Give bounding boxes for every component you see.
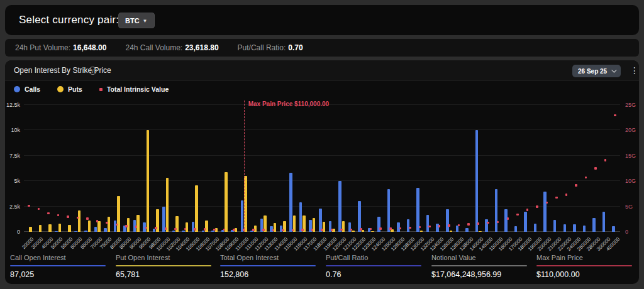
intrinsic-value-dot xyxy=(555,197,558,199)
put-bar xyxy=(78,210,81,232)
intrinsic-value-dot xyxy=(86,217,89,220)
call-bar xyxy=(553,220,557,232)
put-bar xyxy=(166,178,169,232)
call-bar xyxy=(55,231,58,232)
intrinsic-value-dot xyxy=(204,228,206,231)
call-bar xyxy=(172,231,175,232)
call-bar xyxy=(407,219,410,232)
call-bar xyxy=(211,231,214,232)
kebab-menu-icon[interactable]: ⋮ xyxy=(630,65,639,75)
call-bar xyxy=(84,231,87,232)
call-bar xyxy=(514,226,518,232)
call-bar xyxy=(602,212,606,232)
y-axis-right-tick: 25G xyxy=(625,102,644,108)
intrinsic-value-dot xyxy=(96,220,99,222)
open-interest-panel: Open Interest By Strike Price i 26 Sep 2… xyxy=(5,60,639,284)
intrinsic-value-dot xyxy=(526,209,529,211)
put-bar xyxy=(420,231,423,232)
put-bar xyxy=(244,176,247,232)
caret-down-icon: ▼ xyxy=(143,18,148,24)
puts-marker-icon xyxy=(57,86,64,92)
intrinsic-value-dot xyxy=(282,229,284,232)
currency-dropdown[interactable]: BTC ▼ xyxy=(118,13,155,28)
put-bar xyxy=(108,217,111,232)
volume-stats-bar: 24h Put Volume:16,648.00 24h Call Volume… xyxy=(5,39,639,57)
intrinsic-value-dot xyxy=(252,229,255,231)
put-volume-stat: 24h Put Volume:16,648.00 xyxy=(15,43,106,52)
call-bar xyxy=(612,226,615,232)
intrinsic-value-dot xyxy=(301,229,304,231)
intrinsic-value-dot xyxy=(57,214,60,217)
expiry-date-dropdown[interactable]: 26 Sep 25 xyxy=(572,65,621,77)
intrinsic-value-dot xyxy=(340,229,343,231)
chevron-down-icon xyxy=(611,67,616,72)
call-bar xyxy=(153,229,156,232)
footer-stat: Notional Value$17,064,248,956.99 xyxy=(431,254,527,279)
y-axis-right-tick: 15G xyxy=(625,153,644,159)
intrinsic-value-dot xyxy=(233,229,235,231)
put-bar xyxy=(186,222,189,232)
intrinsic-value-dot xyxy=(67,215,69,218)
call-bar xyxy=(465,228,469,232)
put-bar xyxy=(450,231,453,232)
call-bar xyxy=(289,173,292,232)
footer-stat: Call Open Interest87,025 xyxy=(10,254,106,279)
expiry-date-label: 26 Sep 25 xyxy=(578,68,607,75)
y-axis-left-tick: 2.5k xyxy=(1,204,20,210)
y-axis-left-tick: 5k xyxy=(1,178,20,184)
intrinsic-value-dot xyxy=(350,229,353,231)
legend-item-intrinsic[interactable]: Total Intrinsic Value xyxy=(99,85,169,93)
intrinsic-value-dot xyxy=(194,228,196,231)
footer-stat: Total Open Interest152,806 xyxy=(220,254,316,279)
call-bar xyxy=(495,189,498,232)
put-bar xyxy=(68,225,71,232)
call-bar xyxy=(338,181,341,232)
call-bar xyxy=(592,218,596,232)
put-bar xyxy=(136,215,140,232)
y-axis-right-tick: 20G xyxy=(625,127,644,133)
call-volume-stat: 24h Call Volume:23,618.80 xyxy=(125,43,218,52)
intrinsic-value-dot xyxy=(536,205,538,208)
call-bar xyxy=(475,130,479,232)
intrinsic-value-dot xyxy=(448,224,450,227)
put-bar xyxy=(58,224,62,232)
info-icon[interactable]: i xyxy=(89,67,97,75)
y-axis-left-tick: 12.5k xyxy=(1,102,20,108)
intrinsic-value-dot xyxy=(594,167,597,170)
intrinsic-value-dot xyxy=(145,227,148,229)
intrinsic-value-dot xyxy=(321,229,323,231)
legend-item-calls[interactable]: Calls xyxy=(14,85,40,93)
y-axis-left-tick: 0 xyxy=(1,229,20,235)
footer-stat: Put Open Interest65,781 xyxy=(116,254,211,279)
call-bar xyxy=(94,227,97,232)
intrinsic-value-dot xyxy=(467,223,470,226)
put-bar xyxy=(225,172,228,232)
legend-item-puts[interactable]: Puts xyxy=(57,85,82,93)
call-bar xyxy=(387,189,391,232)
put-bar xyxy=(195,185,198,232)
y-axis-right-tick: 0 xyxy=(625,229,644,235)
intrinsic-value-dot xyxy=(409,227,411,229)
intrinsic-value-dot xyxy=(477,222,480,225)
put-bar xyxy=(371,231,374,232)
intrinsic-value-dot xyxy=(585,177,587,179)
call-bar xyxy=(202,231,205,232)
chart-legend: Calls Puts Total Intrinsic Value xyxy=(14,85,169,93)
put-bar xyxy=(352,231,355,232)
intrinsic-value-dot xyxy=(487,222,489,224)
intrinsic-value-dot xyxy=(516,214,519,216)
put-bar xyxy=(147,130,150,232)
intrinsic-value-dot xyxy=(292,229,294,232)
intrinsic-value-dot xyxy=(360,228,362,231)
call-bar xyxy=(446,209,449,232)
call-bar xyxy=(358,201,361,232)
intrinsic-value-dot xyxy=(507,217,509,220)
intrinsic-value-dot xyxy=(614,114,616,117)
put-bar xyxy=(39,225,42,232)
call-bar xyxy=(524,212,527,232)
intrinsic-value-dot xyxy=(565,194,568,196)
call-bar xyxy=(485,219,488,232)
intrinsic-value-dot xyxy=(546,202,548,204)
y-axis-right-tick: 10G xyxy=(625,178,644,184)
intrinsic-value-dot xyxy=(428,226,431,228)
